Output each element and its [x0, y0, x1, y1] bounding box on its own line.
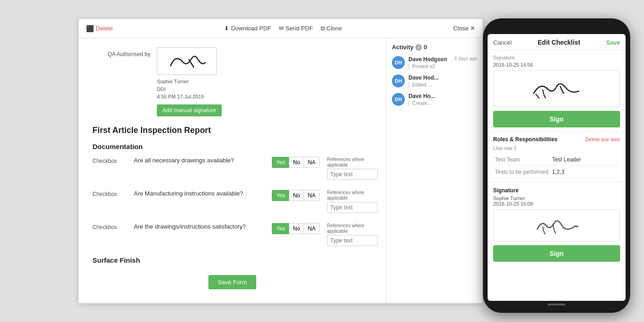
avatar-1: DH — [392, 56, 405, 69]
activity-row-3: Dave Ho... — [408, 93, 477, 99]
phone-roles-header: Roles & Responsibilities Delete line ite… — [493, 136, 620, 143]
phone-header: Cancel Edit Checklist Save — [488, 34, 626, 50]
signature-image — [161, 50, 212, 73]
phone-delete-line-button[interactable]: Delete line item — [585, 137, 620, 142]
phone-cancel-label: Cancel — [493, 39, 512, 46]
checkbox-row-2: Checkbox Are Manufacturing instructions … — [92, 190, 372, 213]
activity-name-3: Dave Ho... — [408, 93, 435, 99]
phone-sig-date: 2018-10-25 14:56 — [493, 62, 620, 68]
delete-button[interactable]: ⬛ Delete — [86, 25, 113, 32]
phone-frame: Cancel Edit Checklist Save Signature 201… — [483, 18, 630, 313]
yn-group-1: Yes No NA — [272, 157, 320, 168]
no-btn-1[interactable]: No — [289, 157, 304, 168]
na-btn-1[interactable]: NA — [304, 157, 320, 168]
phone-role-col1-2: Tests to be performed — [493, 166, 550, 178]
send-pdf-label: Send PDF — [286, 25, 313, 32]
cb-question-2: Are Manufacturing instructions available… — [134, 190, 272, 197]
phone-role-col1-1: Test Team — [493, 154, 550, 166]
ref-col-3: References where applicable — [327, 223, 368, 246]
phone-roles-title: Roles & Responsibilities — [493, 136, 558, 143]
content-area: QA Authorised by Sophie Turner DDI 4:55 … — [79, 38, 483, 303]
yes-btn-1[interactable]: Yes — [272, 157, 289, 168]
signature-box — [157, 47, 217, 75]
checkbox-row-3: Checkbox Are the drawings/instructions s… — [92, 223, 372, 246]
yn-group-2: Yes No NA — [272, 190, 320, 201]
activity-desc-3: Create... — [408, 100, 477, 106]
ref-col-1: References where applicable — [327, 157, 368, 180]
phone-cancel-button[interactable]: Cancel — [493, 39, 512, 46]
phone-edit-title: Edit Checklist — [538, 39, 581, 46]
qa-section: QA Authorised by Sophie Turner DDI 4:55 … — [92, 47, 372, 116]
activity-header: Activity i 0 — [392, 44, 477, 51]
phone-sign-label-top: Sign — [550, 115, 564, 123]
activity-row-2: Dave Hod... — [408, 75, 477, 81]
cb-prefix-3: Checkbox — [92, 223, 134, 230]
activity-name-2: Dave Hod... — [408, 75, 438, 81]
na-btn-2[interactable]: NA — [304, 190, 320, 201]
documentation-title: Documentation — [92, 143, 372, 150]
signer-name: Sophie Turner — [157, 78, 222, 86]
signer-info: Sophie Turner DDI 4:55 PM 17-Jul-2019 — [157, 78, 222, 101]
yes-btn-2[interactable]: Yes — [272, 190, 289, 201]
report-title: First Article Inspection Report — [92, 126, 372, 135]
qa-content: Sophie Turner DDI 4:55 PM 17-Jul-2019 Ad… — [157, 47, 222, 116]
add-manual-signature-button[interactable]: Add manual signature — [157, 104, 222, 116]
activity-time-1: 6 days ago — [454, 56, 477, 61]
ref-input-1[interactable] — [327, 169, 378, 180]
ref-col-2: References where applicable — [327, 190, 368, 213]
ref-input-3[interactable] — [327, 235, 378, 246]
no-btn-2[interactable]: No — [289, 190, 304, 201]
no-btn-3[interactable]: No — [289, 223, 304, 235]
add-sig-label: Add manual signature — [162, 107, 216, 114]
phone-delete-label: Delete line item — [585, 137, 620, 142]
phone-save-button[interactable]: Save — [606, 39, 620, 46]
close-label: Close ✕ — [453, 25, 475, 32]
phone-content: Signature 2018-10-25 14:56 Sign — [488, 50, 626, 301]
activity-body-2: Dave Hod... Edited ... — [408, 75, 477, 87]
activity-title: Activity — [392, 44, 414, 51]
activity-item-2: DH Dave Hod... Edited ... — [392, 75, 477, 87]
phone-home-indicator — [547, 304, 566, 305]
phone-roles-section: Roles & Responsibilities Delete line ite… — [488, 132, 626, 183]
outer-wrapper: ⬛ Delete ⬇ Download PDF ✉ Send PDF ⧉ Clo… — [0, 0, 644, 322]
download-pdf-button[interactable]: ⬇ Download PDF — [224, 25, 271, 32]
cb-prefix-1: Checkbox — [92, 157, 134, 164]
ref-label-2: References where applicable — [327, 190, 368, 201]
na-btn-3[interactable]: NA — [304, 223, 320, 235]
surface-finish-title: Surface Finish — [92, 256, 372, 264]
activity-info-icon: i — [415, 44, 422, 51]
save-form-wrap: Save Form — [92, 270, 372, 292]
avatar-2: DH — [392, 75, 405, 87]
qa-label: QA Authorised by — [92, 47, 157, 58]
clone-button[interactable]: ⧉ Clone — [321, 25, 342, 32]
yes-btn-3[interactable]: Yes — [272, 223, 289, 235]
clone-label: Clone — [327, 25, 342, 32]
phone-roles-table: Test Team Test Leader Tests to be perfor… — [493, 154, 620, 178]
save-form-button[interactable]: Save Form — [208, 275, 256, 289]
phone-sig-image — [529, 75, 584, 103]
clone-icon: ⧉ — [321, 25, 325, 32]
avatar-3: DH — [392, 93, 405, 106]
cb-question-3: Are the drawings/instructions satisfacto… — [134, 223, 272, 230]
close-button[interactable]: Close ✕ — [453, 25, 475, 32]
phone-sign-btn-top[interactable]: Sign — [493, 111, 620, 127]
yn-group-3: Yes No NA — [272, 223, 320, 235]
phone-notch — [538, 25, 575, 31]
activity-item-3: DH Dave Ho... Create... — [392, 93, 477, 106]
phone-sign-btn-bottom[interactable]: Sign — [493, 245, 620, 262]
ref-input-2[interactable] — [327, 202, 378, 213]
phone-sig-image-bottom — [534, 213, 580, 238]
phone-sig-label-bottom: Signature — [493, 187, 620, 194]
activity-item-1: DH Dave Hodgson 6 days ago Printed v2 — [392, 56, 477, 69]
phone-sig-area — [493, 70, 620, 107]
download-pdf-label: Download PDF — [231, 25, 271, 32]
phone-role-row-2: Tests to be performed 1,2,3 — [493, 166, 620, 178]
send-pdf-button[interactable]: ✉ Send PDF — [279, 25, 313, 32]
phone-sig-section-top: Signature 2018-10-25 14:56 Sign — [488, 50, 626, 132]
phone-sign-label-bottom: Sign — [550, 250, 564, 257]
phone-sig-meta: Sophie Turner 2018-10-25 15:08 — [493, 196, 620, 207]
download-icon: ⬇ — [224, 25, 229, 32]
send-icon: ✉ — [279, 25, 284, 32]
phone-line-label: Line row 2 — [493, 145, 620, 151]
phone-role-col2-1: Test Leader — [550, 154, 620, 166]
